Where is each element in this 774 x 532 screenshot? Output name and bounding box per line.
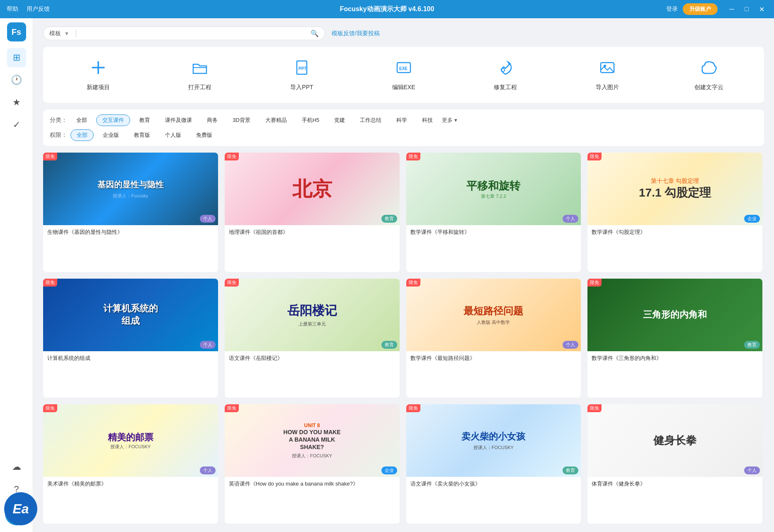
type-badge-8: 教育 xyxy=(744,341,760,349)
template-thumb-2: 限免 北京 教育 xyxy=(225,153,400,225)
filter-business[interactable]: 商务 xyxy=(201,115,223,126)
action-edit-exe[interactable]: EXE 编辑EXE xyxy=(353,55,455,95)
template-name-5: 计算机系统的组成 xyxy=(43,351,218,365)
action-repair[interactable]: 修复工程 xyxy=(454,55,556,95)
check-icon: ✓ xyxy=(13,119,20,130)
template-card-9[interactable]: 限免 精美的邮票 授课人：FOCUSKY 个人 美术课件《精美的邮票》 xyxy=(43,404,218,524)
sidebar: Fs ⊞ 🕐 ★ ✓ ☁ ? 📡 直播 xyxy=(0,18,33,532)
feedback-menu[interactable]: 用户反馈 xyxy=(27,5,50,13)
cloud-icon: ☁ xyxy=(12,462,21,472)
badge-5: 限免 xyxy=(43,279,57,287)
sidebar-item-cloud[interactable]: ☁ xyxy=(7,457,26,476)
filter-competition[interactable]: 大赛精品 xyxy=(260,115,293,126)
sidebar-item-home[interactable]: ⊞ xyxy=(7,48,26,67)
search-input-wrap[interactable]: 模板 ▼ 🔍 xyxy=(43,27,325,40)
template-card-4[interactable]: 限免 第十七章 勾股定理 17.1 勾股定理 企业 数学课件《勾股定理》 xyxy=(587,153,762,272)
action-import-img[interactable]: 导入图片 xyxy=(556,55,658,95)
type-badge-10: 企业 xyxy=(381,466,397,474)
template-thumb-5: 限免 计算机系统的组成 个人 xyxy=(43,279,218,351)
close-button[interactable]: ✕ xyxy=(756,3,767,15)
template-thumb-4: 限免 第十七章 勾股定理 17.1 勾股定理 企业 xyxy=(587,153,762,225)
template-card-5[interactable]: 限免 计算机系统的组成 个人 计算机系统的组成 xyxy=(43,279,218,398)
filter-education[interactable]: 教育 xyxy=(133,115,156,126)
search-divider xyxy=(76,30,76,37)
upgrade-button[interactable]: 升级账户 xyxy=(683,3,718,15)
type-badge-9: 个人 xyxy=(200,466,216,474)
badge-1: 限免 xyxy=(43,153,57,160)
type-badge-2: 教育 xyxy=(381,215,397,223)
template-card-7[interactable]: 限免 最短路径问题 人教版 高中数学 个人 数学课件《最短路径问题》 xyxy=(406,279,581,398)
filter-3d[interactable]: 3D背景 xyxy=(227,115,256,126)
type-badge-3: 个人 xyxy=(563,215,578,223)
minimize-button[interactable]: ─ xyxy=(726,3,738,15)
import-img-label: 导入图片 xyxy=(596,84,619,91)
app-title: Focusky动画演示大师 v4.6.100 xyxy=(340,5,434,14)
filter-all[interactable]: 全部 xyxy=(70,115,93,126)
permission-label: 权限： xyxy=(50,131,67,139)
search-input[interactable] xyxy=(83,30,307,37)
perm-personal[interactable]: 个人版 xyxy=(159,130,187,141)
filter-party[interactable]: 党建 xyxy=(328,115,351,126)
badge-4: 限免 xyxy=(587,153,602,160)
main-layout: Fs ⊞ 🕐 ★ ✓ ☁ ? 📡 直播 模板 ▼ xyxy=(0,18,774,532)
maximize-button[interactable]: □ xyxy=(741,3,752,15)
ea-badge: Ea xyxy=(4,492,37,525)
perm-enterprise[interactable]: 企业版 xyxy=(97,130,125,141)
type-badge-6: 教育 xyxy=(381,341,397,349)
action-new-project[interactable]: 新建项目 xyxy=(47,55,149,95)
search-dropdown-icon[interactable]: ▼ xyxy=(64,31,69,36)
template-thumb-9: 限免 精美的邮票 授课人：FOCUSKY 个人 xyxy=(43,404,218,477)
template-name-7: 数学课件《最短路径问题》 xyxy=(406,351,581,365)
type-badge-7: 个人 xyxy=(563,341,578,349)
sidebar-item-star[interactable]: ★ xyxy=(7,93,26,112)
svg-text:EXE: EXE xyxy=(399,66,408,71)
perm-free[interactable]: 免费版 xyxy=(190,130,218,141)
template-thumb-11: 限免 卖火柴的小女孩 授课人：FOCUSKY 教育 xyxy=(406,404,581,477)
search-icon[interactable]: 🔍 xyxy=(311,29,319,37)
filter-more[interactable]: 更多 ▾ xyxy=(442,117,457,124)
template-card-3[interactable]: 限免 平移和旋转 第七章 7.2.2 个人 数学课件《平移和旋转》 xyxy=(406,153,581,272)
perm-all[interactable]: 全部 xyxy=(70,129,94,141)
window-controls: ─ □ ✕ xyxy=(726,3,767,15)
template-card-6[interactable]: 限免 岳阳楼记 上册第三单元 教育 语文课件《岳阳楼记》 xyxy=(225,279,400,398)
import-ppt-icon: PPT xyxy=(293,58,311,80)
template-name-11: 语文课件《卖火柴的小女孩》 xyxy=(406,477,581,491)
template-card-11[interactable]: 限免 卖火柴的小女孩 授课人：FOCUSKY 教育 语文课件《卖火柴的小女孩》 xyxy=(406,404,581,524)
filter-science[interactable]: 科学 xyxy=(391,115,413,126)
template-card-1[interactable]: 限免 基因的显性与隐性 授课人：Focusky 个人 生物课件《基因的显性与隐性… xyxy=(43,153,218,272)
badge-6: 限免 xyxy=(225,279,239,287)
wordcloud-label: 创建文字云 xyxy=(694,84,723,91)
filter-tech[interactable]: 科技 xyxy=(416,115,439,126)
filter-work[interactable]: 工作总结 xyxy=(354,115,387,126)
type-badge-12: 个人 xyxy=(744,466,760,474)
help-menu[interactable]: 帮助 xyxy=(7,5,18,13)
template-name-8: 数学课件《三角形的内角和》 xyxy=(587,351,762,365)
star-icon: ★ xyxy=(12,97,21,108)
sidebar-item-task[interactable]: ✓ xyxy=(7,115,26,134)
filter-interactive[interactable]: 交互课件 xyxy=(96,114,130,126)
filter-micro[interactable]: 课件及微课 xyxy=(159,115,198,126)
wordcloud-icon xyxy=(700,58,718,80)
perm-education[interactable]: 教育版 xyxy=(128,130,156,141)
filter-area: 分类： 全部 交互课件 教育 课件及微课 商务 3D背景 大赛精品 手机H5 党… xyxy=(43,109,764,146)
action-wordcloud[interactable]: 创建文字云 xyxy=(658,55,760,95)
template-card-8[interactable]: 限免 三角形的内角和 教育 数学课件《三角形的内角和》 xyxy=(587,279,762,398)
action-import-ppt[interactable]: PPT 导入PPT xyxy=(251,55,353,95)
badge-10: 限免 xyxy=(225,404,239,412)
repair-label: 修复工程 xyxy=(494,84,517,91)
template-thumb-10: 限免 UNIT 8 HOW DO YOU MAKEA BANANA MILKSH… xyxy=(225,404,400,477)
template-thumb-8: 限免 三角形的内角和 教育 xyxy=(587,279,762,351)
action-open-project[interactable]: 打开工程 xyxy=(149,55,251,95)
login-button[interactable]: 登录 xyxy=(666,5,678,13)
template-card-10[interactable]: 限免 UNIT 8 HOW DO YOU MAKEA BANANA MILKSH… xyxy=(225,404,400,524)
template-name-12: 体育课件《健身长拳》 xyxy=(587,477,762,491)
template-card-12[interactable]: 限免 健身长拳 个人 体育课件《健身长拳》 xyxy=(587,404,762,524)
open-project-icon xyxy=(191,58,209,80)
template-feedback-link[interactable]: 模板反馈/我要投稿 xyxy=(332,30,380,37)
sidebar-item-recent[interactable]: 🕐 xyxy=(7,70,26,90)
filter-mobile[interactable]: 手机H5 xyxy=(296,115,325,126)
sidebar-logo[interactable]: Fs xyxy=(7,22,26,41)
template-thumb-7: 限免 最短路径问题 人教版 高中数学 个人 xyxy=(406,279,581,351)
badge-9: 限免 xyxy=(43,404,57,412)
template-card-2[interactable]: 限免 北京 教育 地理课件《祖国的首都》 xyxy=(225,153,400,272)
